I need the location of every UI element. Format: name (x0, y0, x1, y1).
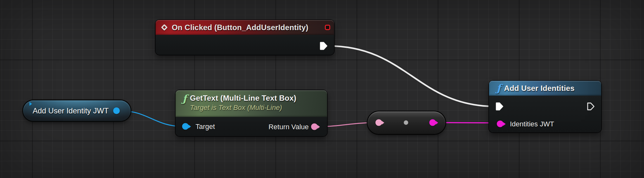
exec-output-pin[interactable] (587, 102, 596, 111)
node-header: ƒ GetText (Multi-Line Text Box) Target i… (176, 90, 327, 117)
return-value-output-pin[interactable] (311, 124, 318, 130)
node-title: GetText (Multi-Line Text Box) (190, 94, 296, 103)
function-icon: ƒ (497, 83, 501, 93)
blueprint-graph-canvas[interactable]: Add User Identity JWT On Clicked (Button… (0, 0, 644, 178)
target-input-pin[interactable] (182, 123, 189, 130)
node-text-to-string-conversion[interactable] (368, 111, 445, 134)
identities-jwt-pin-label: Identities JWT (510, 120, 554, 128)
target-pin-label: Target (196, 123, 215, 131)
delegate-pin-icon[interactable] (325, 25, 330, 30)
exec-output-pin[interactable] (319, 41, 328, 50)
exec-input-pin[interactable] (495, 102, 504, 111)
node-header: ƒ Add User Identities (489, 81, 601, 96)
node-add-user-identities[interactable]: ƒ Add User Identities Identities JWT (489, 81, 601, 132)
function-icon: ƒ (183, 94, 187, 104)
node-title: On Clicked (Button_AddUserIdentity) (172, 23, 308, 32)
wire-exec[interactable] (328, 46, 495, 106)
node-subtitle: Target is Text Box (Multi-Line) (190, 104, 296, 112)
wire-object[interactable] (121, 111, 182, 126)
node-gettext-multiline-textbox[interactable]: ƒ GetText (Multi-Line Text Box) Target i… (176, 90, 327, 136)
wire-string[interactable] (436, 123, 496, 123)
node-on-clicked-event[interactable]: On Clicked (Button_AddUserIdentity) (156, 20, 334, 55)
conversion-dot-icon (404, 120, 408, 125)
conversion-input-pin[interactable] (376, 119, 382, 126)
conversion-output-pin[interactable] (429, 119, 436, 126)
event-diamond-icon (161, 24, 168, 31)
return-value-pin-label: Return Value (268, 123, 309, 131)
node-title: Add User Identities (504, 84, 575, 93)
object-output-pin[interactable] (113, 107, 120, 114)
node-variable-get-add-user-identity-jwt[interactable]: Add User Identity JWT (23, 100, 131, 121)
node-header: On Clicked (Button_AddUserIdentity) (156, 20, 334, 35)
identities-jwt-input-pin[interactable] (497, 121, 504, 127)
variable-label: Add User Identity JWT (23, 106, 113, 115)
